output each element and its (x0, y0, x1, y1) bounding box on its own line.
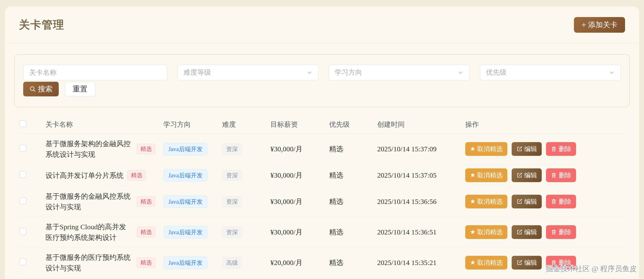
row-checkbox[interactable] (20, 197, 26, 204)
level-name-cell: 基于微服务架构的金融风控系统设计与实现 精选 (46, 138, 163, 160)
direction-badge: Java后端开发 (163, 226, 208, 238)
table-body: 基于微服务架构的金融风控系统设计与实现 精选 Java后端开发 资深 ¥30,0… (19, 134, 625, 278)
header-difficulty: 难度 (222, 120, 270, 129)
priority-text: 精选 (329, 197, 377, 206)
delete-button-label: 删除 (558, 171, 571, 180)
card-header: 关卡管理 + 添加关卡 (5, 7, 639, 43)
featured-badge: 精选 (137, 258, 155, 268)
priority-select[interactable]: 优先级 (480, 65, 621, 80)
unfeature-button[interactable]: ★ 取消精选 (465, 168, 508, 182)
priority-select-placeholder: 优先级 (486, 68, 506, 77)
search-button[interactable]: 搜索 (23, 82, 59, 96)
row-checkbox[interactable] (20, 258, 26, 266)
edit-icon (516, 172, 522, 178)
header-salary: 目标薪资 (270, 120, 329, 129)
unfeature-button-label: 取消精选 (477, 228, 503, 236)
add-level-button[interactable]: + 添加关卡 (574, 17, 625, 33)
level-name-input[interactable] (23, 65, 167, 80)
direction-select-placeholder: 学习方向 (335, 68, 362, 77)
edit-button[interactable]: 编辑 (512, 168, 542, 182)
salary-text: ¥20,000/月 (270, 258, 329, 268)
delete-button[interactable]: 删除 (546, 256, 576, 270)
featured-badge: 精选 (137, 144, 155, 154)
direction-badge: Java后端开发 (163, 256, 208, 269)
trash-icon (551, 229, 557, 235)
delete-button[interactable]: 删除 (546, 195, 576, 208)
filter-panel: 难度等级 学习方向 优先级 搜索 重置 (14, 54, 630, 107)
select-all-checkbox[interactable] (20, 120, 26, 127)
edit-button[interactable]: 编辑 (512, 142, 542, 156)
difficulty-select-placeholder: 难度等级 (184, 68, 211, 77)
edit-button[interactable]: 编辑 (512, 256, 542, 270)
plus-icon: + (582, 20, 586, 29)
search-icon (29, 86, 36, 92)
edit-icon (516, 260, 522, 266)
priority-text: 精选 (329, 227, 377, 237)
row-checkbox[interactable] (20, 228, 26, 235)
created-time: 2025/10/14 15:36:56 (377, 198, 465, 206)
delete-button[interactable]: 删除 (546, 225, 576, 239)
salary-text: ¥30,000/月 (270, 170, 329, 180)
partial-table-row: 基于Spring Cloud的订单处理 (19, 278, 625, 279)
created-time: 2025/10/14 15:35:21 (377, 259, 465, 267)
level-name-cell: 基于微服务的医疗预约系统设计与实现 精选 (46, 252, 163, 273)
star-icon: ★ (470, 260, 476, 266)
level-name-cell: 基于Spring Cloud的高并发医疗预约系统架构设计 精选 (46, 222, 163, 243)
search-button-label: 搜索 (38, 84, 52, 94)
table-header-row: 关卡名称 学习方向 难度 目标薪资 优先级 创建时间 操作 (19, 115, 625, 134)
header-actions: 操作 (465, 120, 625, 129)
chevron-down-icon (458, 70, 464, 76)
created-time: 2025/10/14 15:37:09 (377, 145, 465, 153)
direction-select[interactable]: 学习方向 (329, 65, 470, 80)
unfeature-button-label: 取消精选 (477, 145, 503, 153)
star-icon: ★ (470, 146, 476, 152)
page-title: 关卡管理 (19, 18, 64, 32)
difficulty-badge: 高级 (222, 257, 242, 268)
priority-text: 精选 (329, 258, 377, 268)
level-name-cell: 设计高并发订单分片系统 精选 (46, 170, 163, 181)
delete-button-label: 删除 (558, 258, 571, 267)
reset-button[interactable]: 重置 (65, 82, 95, 96)
edit-button[interactable]: 编辑 (512, 195, 542, 208)
edit-icon (516, 198, 522, 205)
featured-badge: 精选 (137, 227, 155, 237)
level-management-card: 关卡管理 + 添加关卡 难度等级 学习方向 优先级 (5, 7, 639, 279)
unfeature-button[interactable]: ★ 取消精选 (465, 142, 508, 156)
table-row: 基于微服务的金融风控系统设计与实现 精选 Java后端开发 资深 ¥30,000… (19, 186, 625, 217)
row-checkbox[interactable] (20, 171, 26, 178)
unfeature-button[interactable]: ★ 取消精选 (465, 195, 508, 208)
unfeature-button-label: 取消精选 (477, 197, 503, 206)
difficulty-badge: 资深 (222, 144, 242, 155)
difficulty-badge: 资深 (222, 196, 242, 207)
unfeature-button[interactable]: ★ 取消精选 (465, 256, 508, 270)
header-direction: 学习方向 (163, 120, 222, 129)
unfeature-button-label: 取消精选 (477, 258, 503, 267)
difficulty-badge: 资深 (222, 227, 242, 238)
table-row: 设计高并发订单分片系统 精选 Java后端开发 资深 ¥30,000/月 精选 … (19, 164, 625, 186)
edit-button-label: 编辑 (524, 145, 537, 153)
difficulty-select[interactable]: 难度等级 (178, 65, 318, 80)
featured-badge: 精选 (128, 170, 146, 180)
star-icon: ★ (470, 198, 476, 205)
header-priority: 优先级 (329, 120, 377, 129)
created-time: 2025/10/14 15:36:51 (377, 228, 465, 236)
edit-button[interactable]: 编辑 (512, 225, 542, 239)
table-row: 基于Spring Cloud的高并发医疗预约系统架构设计 精选 Java后端开发… (19, 217, 625, 248)
unfeature-button[interactable]: ★ 取消精选 (465, 225, 508, 239)
edit-icon (516, 146, 522, 152)
row-checkbox[interactable] (20, 145, 26, 152)
delete-button-label: 删除 (558, 197, 571, 206)
header-created: 创建时间 (377, 120, 465, 129)
delete-button[interactable]: 删除 (546, 168, 576, 182)
level-name: 基于微服务的医疗预约系统设计与实现 (46, 252, 133, 273)
level-name-cell: 基于微服务的金融风控系统设计与实现 精选 (46, 191, 163, 212)
edit-button-label: 编辑 (524, 228, 537, 236)
chevron-down-icon (609, 70, 615, 76)
header-level-name: 关卡名称 (46, 120, 163, 129)
priority-text: 精选 (329, 170, 377, 180)
direction-badge: Java后端开发 (163, 143, 208, 155)
edit-button-label: 编辑 (524, 197, 537, 206)
priority-text: 精选 (329, 144, 377, 154)
level-name: 设计高并发订单分片系统 (46, 170, 124, 181)
delete-button[interactable]: 删除 (546, 142, 576, 156)
